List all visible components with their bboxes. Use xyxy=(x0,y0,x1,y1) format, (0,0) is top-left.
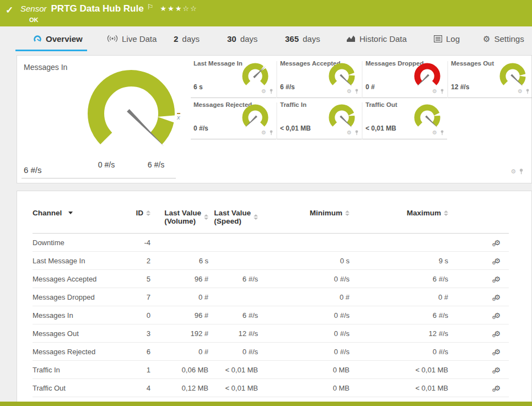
tab-2-days[interactable]: 2days xyxy=(174,26,200,51)
channel-id: 6 xyxy=(115,343,151,361)
col-header-channel[interactable]: Channel xyxy=(33,204,115,234)
gauges-panel: Messages In 0 #/s 6 #/s x 6 #/s ⚙ Last M… xyxy=(17,55,532,183)
pin-icon[interactable] xyxy=(525,89,530,94)
sort-icon xyxy=(254,214,258,220)
channel-maximum: 6 #/s xyxy=(350,306,448,324)
tab-live-data[interactable]: Live Data xyxy=(107,26,157,51)
gauge-card: Messages Rejected 0 #/s ⚙ xyxy=(191,102,276,139)
channel-settings-icon[interactable]: ⚙⚙ xyxy=(494,366,501,374)
col-header-minimum[interactable]: Minimum xyxy=(258,204,350,234)
channel-settings-icon[interactable]: ⚙⚙ xyxy=(494,329,501,338)
channel-row[interactable]: Messages In 0 96 # 6 #/s 0 #/s 6 #/s ⚙⚙ xyxy=(33,306,509,324)
sort-icon xyxy=(444,210,448,216)
main-gauge-value: 6 #/s xyxy=(24,165,42,175)
tab-historic-data[interactable]: Historic Data xyxy=(346,26,407,51)
main-gauge-title: Messages In xyxy=(24,63,67,72)
status-ok-check-icon: ✓ xyxy=(6,4,13,16)
gauge-title: Traffic In xyxy=(280,101,307,108)
gear-icon[interactable]: ⚙ xyxy=(347,129,352,136)
channel-settings-icon[interactable]: ⚙⚙ xyxy=(494,293,501,301)
col-header-last-volume[interactable]: Last Value(Volume) xyxy=(151,204,208,234)
tab-30-days[interactable]: 30days xyxy=(227,26,257,51)
gauge-card: Traffic In < 0,01 MB ⚙ xyxy=(276,102,362,139)
channel-row[interactable]: Messages Rejected 6 0 # 0 #/s 0 #/s 0 #/… xyxy=(33,343,509,361)
sensor-header: ✓ SensorPRTG Data Hub Rule⚐★★★☆☆ OK xyxy=(0,0,532,26)
gear-icon[interactable]: ⚙ xyxy=(432,88,437,94)
channel-settings-icon[interactable]: ⚙⚙ xyxy=(494,348,501,356)
channel-name: Downtime xyxy=(33,234,115,252)
channel-id: -4 xyxy=(115,234,151,252)
gauge-icon xyxy=(33,35,42,43)
pin-icon[interactable] xyxy=(269,130,273,136)
average-marker-label: x xyxy=(177,113,180,121)
gear-icon[interactable]: ⚙ xyxy=(261,129,266,136)
pin-icon[interactable] xyxy=(519,169,524,175)
pin-icon[interactable] xyxy=(440,89,444,94)
channel-last-volume: 192 # xyxy=(151,324,208,343)
gear-icon[interactable]: ⚙ xyxy=(432,129,437,136)
channel-row[interactable]: Traffic In 1 0,06 MB < 0,01 MB 0 MB < 0,… xyxy=(33,361,509,379)
channel-row[interactable]: Traffic Out 4 0,12 MB < 0,01 MB 0 MB < 0… xyxy=(33,379,509,397)
col-header-id[interactable]: ID xyxy=(115,204,151,234)
pin-icon[interactable] xyxy=(269,89,273,94)
sort-icon xyxy=(345,210,350,216)
channel-last-speed xyxy=(208,234,258,252)
channel-table-panel: Channel ID Last Value(Volume) Last Value… xyxy=(17,191,532,406)
channel-row[interactable]: Messages Accepted 5 96 # 6 #/s 0 #/s 6 #… xyxy=(33,270,509,288)
channel-maximum: 9 s xyxy=(350,252,448,270)
tab-365-days[interactable]: 365days xyxy=(285,26,320,51)
gauge-value: 6 #/s xyxy=(280,83,295,91)
channel-last-speed xyxy=(208,252,258,270)
channel-last-volume xyxy=(151,234,208,252)
channel-minimum: 0 MB xyxy=(258,361,350,379)
channel-maximum: < 0,01 MB xyxy=(350,361,448,379)
channel-last-volume: 0 # xyxy=(151,288,208,306)
divider xyxy=(22,178,176,178)
gauge-value: < 0,01 MB xyxy=(280,124,311,132)
gauge-card: Last Message In 6 s ⚙ xyxy=(191,61,276,98)
broadcast-icon xyxy=(107,35,118,42)
channel-row[interactable]: Messages Dropped 7 0 # 0 # 0 # ⚙⚙ xyxy=(33,288,509,306)
channel-row[interactable]: Last Message In 2 6 s 0 s 9 s ⚙⚙ xyxy=(33,252,509,270)
channel-settings-icon[interactable]: ⚙⚙ xyxy=(494,239,501,247)
channel-minimum: 0 MB xyxy=(258,379,350,397)
table-header-row: Channel ID Last Value(Volume) Last Value… xyxy=(33,204,509,234)
tab-bar: OverviewLive Data2days30days365daysHisto… xyxy=(0,26,532,53)
col-header-maximum[interactable]: Maximum xyxy=(350,204,448,234)
flag-icon[interactable]: ⚐ xyxy=(147,3,154,11)
tab-overview[interactable]: Overview xyxy=(33,26,83,51)
gear-icon[interactable]: ⚙ xyxy=(347,88,352,94)
channel-last-volume: 96 # xyxy=(151,306,208,324)
channel-last-speed: < 0,01 MB xyxy=(208,379,258,397)
channel-last-speed xyxy=(208,288,258,306)
pin-icon[interactable] xyxy=(440,130,444,136)
col-header-last-speed[interactable]: Last Value(Speed) xyxy=(208,204,258,234)
tab-settings[interactable]: ⚙Settings xyxy=(483,26,524,51)
pin-icon[interactable] xyxy=(354,89,359,94)
star-rating[interactable]: ★★★☆☆ xyxy=(160,4,197,13)
pin-icon[interactable] xyxy=(354,130,359,136)
channel-settings-icon[interactable]: ⚙⚙ xyxy=(494,257,501,265)
channel-settings-icon[interactable]: ⚙⚙ xyxy=(494,384,501,392)
gauge-value: 6 s xyxy=(194,83,203,91)
gauge-title: Messages Out xyxy=(451,60,494,67)
gear-icon[interactable]: ⚙ xyxy=(518,88,523,94)
channel-settings-icon[interactable]: ⚙⚙ xyxy=(494,275,501,283)
tab-log[interactable]: Log xyxy=(434,26,460,51)
gear-icon[interactable]: ⚙ xyxy=(261,88,266,94)
channel-maximum: 6 #/s xyxy=(350,270,448,288)
main-gauge-scale-max: 6 #/s xyxy=(148,160,164,169)
sensor-name: PRTG Data Hub Rule xyxy=(51,3,144,14)
gauge-title: Traffic Out xyxy=(366,101,397,108)
gauge-card: Messages Accepted 6 #/s ⚙ xyxy=(276,61,362,98)
channel-name: Messages Rejected xyxy=(33,343,115,361)
channel-last-speed: 12 #/s xyxy=(208,324,258,343)
channel-settings-icon[interactable]: ⚙⚙ xyxy=(494,311,501,320)
channel-row[interactable]: Downtime -4 ⚙⚙ xyxy=(33,234,509,252)
channel-id: 7 xyxy=(115,288,151,306)
channel-minimum: 0 s xyxy=(258,252,350,270)
channel-maximum: 12 #/s xyxy=(350,324,448,343)
channel-row[interactable]: Messages Out 3 192 # 12 #/s 0 #/s 12 #/s… xyxy=(33,324,509,343)
gauge-card: Messages Out 12 #/s ⚙ xyxy=(447,61,532,98)
gear-icon[interactable]: ⚙ xyxy=(510,169,516,175)
